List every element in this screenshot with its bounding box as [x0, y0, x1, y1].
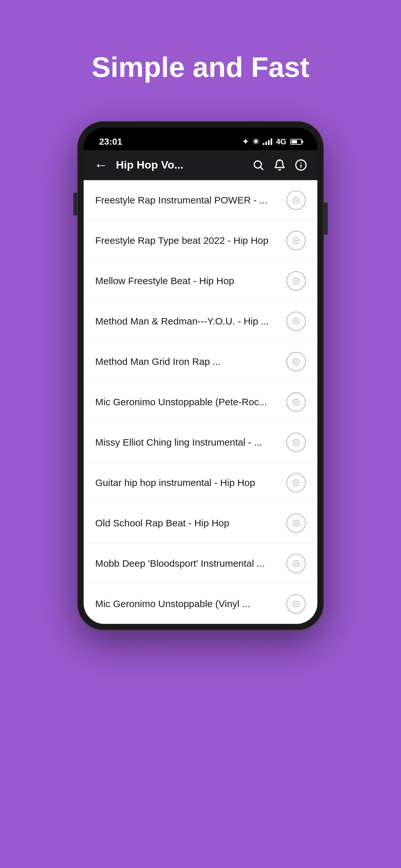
phone-frame: 23:01 ✦ ✳ 4G ← Hip Hop Vo...: [78, 122, 323, 630]
play-button[interactable]: [286, 554, 306, 573]
play-button[interactable]: [286, 392, 306, 412]
song-title: Missy Elliot Ching ling Instrumental - .…: [95, 437, 280, 448]
page-hero-title: Simple and Fast: [92, 52, 310, 83]
song-title: Mic Geronimo Unstoppable (Pete-Roc...: [95, 397, 280, 407]
play-button[interactable]: [286, 312, 306, 331]
song-title: Freestyle Rap Instrumental POWER - ...: [95, 195, 280, 206]
svg-marker-25: [296, 562, 297, 564]
signal-label: 4G: [276, 137, 286, 146]
bluetooth-icon: ✳: [252, 137, 259, 146]
svg-marker-7: [296, 199, 297, 201]
svg-marker-9: [296, 239, 297, 242]
play-button[interactable]: [286, 190, 306, 210]
svg-marker-19: [296, 441, 297, 443]
header-action-icons: [252, 159, 307, 171]
song-title: Method Man Grid Iron Rap ...: [95, 356, 280, 367]
svg-marker-13: [296, 320, 297, 322]
app-header: ← Hip Hop Vo...: [84, 150, 317, 180]
signal-bars: [263, 138, 272, 145]
song-list-item[interactable]: Mobb Deep 'Bloodsport' Instrumental ...: [84, 544, 317, 584]
wifi-icon: ✦: [242, 137, 249, 146]
svg-marker-15: [296, 361, 297, 363]
bell-icon[interactable]: [274, 159, 286, 171]
song-title: Old School Rap Beat - Hip Hop: [95, 518, 280, 529]
status-time: 23:01: [99, 136, 122, 147]
play-button[interactable]: [286, 594, 306, 614]
play-button[interactable]: [286, 514, 306, 533]
song-list-item[interactable]: Freestyle Rap Instrumental POWER - ...: [84, 180, 317, 221]
song-list-item[interactable]: Missy Elliot Ching ling Instrumental - .…: [84, 423, 317, 463]
search-icon[interactable]: [252, 159, 265, 171]
back-button[interactable]: ←: [94, 158, 108, 172]
header-title: Hip Hop Vo...: [116, 159, 244, 171]
song-list-item[interactable]: Guitar hip hop instrumental - Hip Hop: [84, 463, 317, 503]
song-list-item[interactable]: Mellow Freestyle Beat - Hip Hop: [84, 261, 317, 301]
song-title: Freestyle Rap Type beat 2022 - Hip Hop: [95, 235, 280, 246]
play-button[interactable]: [286, 231, 306, 250]
status-bar: 23:01 ✦ ✳ 4G: [84, 128, 317, 150]
song-title: Mellow Freestyle Beat - Hip Hop: [95, 275, 280, 286]
play-button[interactable]: [286, 271, 306, 290]
play-button[interactable]: [286, 352, 306, 371]
song-title: Guitar hip hop instrumental - Hip Hop: [95, 477, 280, 488]
battery-icon: [290, 139, 302, 145]
song-list-item[interactable]: Method Man Grid Iron Rap ...: [84, 342, 317, 382]
svg-marker-23: [296, 522, 297, 524]
song-title: Mic Geronimo Unstoppable (Vinyl ...: [95, 598, 280, 609]
song-list-item[interactable]: Mic Geronimo Unstoppable (Vinyl ...: [84, 584, 317, 624]
song-list: Freestyle Rap Instrumental POWER - ...Fr…: [84, 180, 317, 624]
svg-line-1: [260, 167, 263, 169]
song-title: Method Man & Redman---Y.O.U. - Hip ...: [95, 316, 280, 327]
song-list-item[interactable]: Freestyle Rap Type beat 2022 - Hip Hop: [84, 221, 317, 261]
svg-marker-11: [296, 280, 297, 282]
song-title: Mobb Deep 'Bloodsport' Instrumental ...: [95, 558, 280, 569]
song-list-item[interactable]: Old School Rap Beat - Hip Hop: [84, 503, 317, 544]
svg-marker-21: [296, 482, 297, 484]
play-button[interactable]: [286, 473, 306, 492]
play-button[interactable]: [286, 433, 306, 452]
svg-marker-17: [296, 401, 297, 403]
song-list-item[interactable]: Method Man & Redman---Y.O.U. - Hip ...: [84, 301, 317, 342]
svg-marker-27: [296, 602, 297, 605]
info-icon[interactable]: [295, 159, 307, 171]
status-icons: ✦ ✳ 4G: [242, 137, 302, 146]
song-list-item[interactable]: Mic Geronimo Unstoppable (Pete-Roc...: [84, 382, 317, 423]
phone-screen: 23:01 ✦ ✳ 4G ← Hip Hop Vo...: [84, 128, 317, 624]
